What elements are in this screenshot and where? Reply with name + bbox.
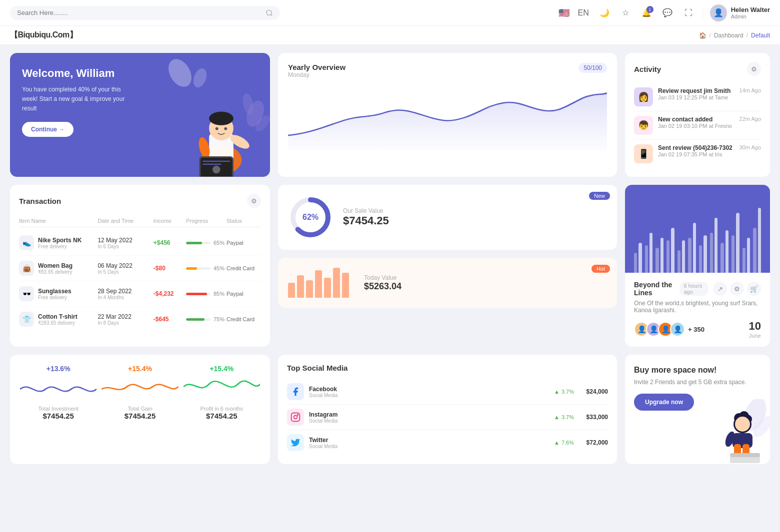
beyond-plus: + 350 [688, 326, 704, 333]
activity-text: Sent review (504)236-7302 Jan 02 19 07:3… [658, 144, 734, 157]
sale-column: 62% Our Sale Value $7454.25 New Today Va… [278, 185, 617, 347]
cart-button[interactable]: 🛒 [747, 282, 761, 296]
item-icon: 🕶️ [19, 286, 34, 301]
activity-text: New contact added Jan 02 19 03:10 PM at … [658, 116, 734, 129]
promo-desc: Invite 2 Friends and get 5 GB extra spac… [634, 379, 761, 386]
item-status: Paypal [226, 240, 261, 246]
activity-card: Activity ⚙ 👩 Review request jim Smith Ja… [625, 53, 770, 177]
bar-group [645, 233, 653, 273]
activity-avatar: 👦 [634, 116, 653, 135]
bar-group [699, 235, 707, 273]
yearly-day: Monday [288, 71, 346, 78]
activity-sub: Jan 02 19 03:10 PM at Fresno [658, 123, 734, 129]
fullscreen-icon[interactable]: ⛶ [682, 6, 696, 20]
search-box[interactable] [10, 6, 280, 20]
breadcrumb-default[interactable]: Default [751, 32, 770, 39]
star-icon[interactable]: ☆ [618, 6, 632, 20]
bar-group [666, 228, 674, 273]
item-details: Sunglasses Free delivery [38, 288, 72, 300]
stat-pct: +13.6% [46, 365, 70, 373]
today-badge-hot: Hot [592, 265, 610, 273]
item-details: Women Bag ₹83.65 delivery [38, 262, 72, 275]
activity-avatar: 📱 [634, 144, 653, 163]
item-name: Sunglasses [38, 288, 72, 295]
share-button[interactable]: ↗ [713, 282, 727, 296]
item-income: -$4,232 [154, 290, 184, 297]
stat-value: $7454.25 [124, 412, 156, 420]
divider [702, 7, 703, 18]
donut-label: 62% [302, 213, 318, 222]
language-label[interactable]: EN [576, 6, 590, 20]
transaction-settings-button[interactable]: ⚙ [247, 194, 261, 208]
date-main: 22 Mar 2022 [98, 313, 151, 320]
social-title: Top Social Media [287, 364, 608, 372]
bar-group [678, 240, 686, 273]
table-row: 👜 Women Bag ₹83.65 delivery 06 May 2022 … [19, 256, 261, 281]
svg-point-9 [216, 127, 218, 130]
settings-button[interactable]: ⚙ [730, 282, 744, 296]
transaction-card: Transaction ⚙ Item Name Date and Time In… [10, 185, 270, 347]
item-date: 06 May 2022 In 5 Days [98, 262, 151, 275]
topbar-right: 🇺🇸 EN 🌙 ☆ 🔔 1 💬 ⛶ 👤 Helen Walter Admin [558, 4, 770, 21]
breadcrumb-dashboard[interactable]: Dashboard [714, 32, 744, 39]
bar-light [656, 248, 658, 273]
yearly-header: Yearly Overview Monday 50/100 [288, 63, 607, 83]
activity-time: 14m Ago [740, 87, 761, 93]
bar-light [678, 250, 680, 273]
social-details: Instagram Social Media [309, 411, 338, 424]
beyond-time: 6 hours ago [680, 282, 708, 296]
message-icon[interactable]: 💬 [660, 6, 674, 20]
search-input[interactable] [17, 9, 262, 16]
item-name: Women Bag [38, 262, 72, 269]
item-progress: 75% [186, 316, 224, 322]
progress-bar [186, 293, 210, 295]
item-status: Paypal [226, 291, 261, 297]
bar-light [753, 228, 756, 273]
user-menu[interactable]: 👤 Helen Walter Admin [710, 4, 770, 21]
stat-item: +13.6% Total Investment $7454.25 [20, 365, 96, 454]
transaction-title: Transaction [19, 197, 61, 205]
social-growth: ▲ 3.7% [554, 414, 576, 420]
activity-text: Review request jim Smith Jan 03 19 12:25… [658, 87, 734, 100]
continue-button[interactable]: Continue → [22, 122, 74, 137]
social-details: Facebook Social Media [309, 386, 338, 398]
social-rows: Facebook Social Media ▲ 3.7% $24,000 Ins… [287, 379, 608, 455]
item-income: +$456 [154, 239, 184, 246]
bar-dark [747, 238, 750, 273]
bar-dark [693, 223, 696, 273]
item-status: Credit Card [226, 316, 261, 322]
upgrade-button[interactable]: Upgrade now [634, 394, 694, 411]
social-growth: ▲ 3.7% [554, 389, 576, 395]
notification-icon[interactable]: 🔔 1 [640, 6, 654, 20]
chart-column: Beyond the Lines 6 hours ago ↗ ⚙ 🛒 One O… [625, 185, 770, 347]
user-role: Admin [731, 13, 770, 19]
beyond-date-num: 10 [749, 320, 761, 333]
avatar: 👤 [710, 4, 727, 21]
social-name: Facebook [309, 386, 338, 393]
today-bar-chart [288, 268, 349, 298]
social-icon-ig [287, 409, 304, 426]
item-icon: 👕 [19, 312, 34, 327]
date-sub: In 4 Months [98, 295, 151, 300]
sale-badge-new: New [589, 192, 610, 200]
svg-point-32 [735, 417, 750, 432]
sale-value-card: 62% Our Sale Value $7454.25 New [278, 185, 617, 250]
dark-mode-icon[interactable]: 🌙 [598, 6, 612, 20]
activity-title: Activity [634, 65, 661, 73]
activity-avatar: 👩 [634, 87, 653, 106]
table-row: 👟 Nike Sports NK Free delivery 12 May 20… [19, 230, 261, 256]
activity-settings-button[interactable]: ⚙ [747, 62, 761, 76]
item-sub: ₹283.65 delivery [38, 320, 78, 326]
progress-pct: 45% [214, 265, 224, 271]
activity-name: Sent review (504)236-7302 [658, 144, 734, 151]
bar-light [742, 248, 746, 273]
social-icon-fb [287, 383, 304, 400]
item-progress: 85% [186, 291, 224, 297]
social-details: Twitter Social Media [309, 437, 338, 449]
today-bar [297, 275, 304, 298]
svg-rect-37 [730, 453, 760, 457]
item-progress: 65% [186, 240, 224, 246]
activity-item: 👩 Review request jim Smith Jan 03 19 12:… [634, 83, 761, 111]
sale-label: Our Sale Value [343, 207, 607, 214]
search-icon [266, 9, 273, 17]
